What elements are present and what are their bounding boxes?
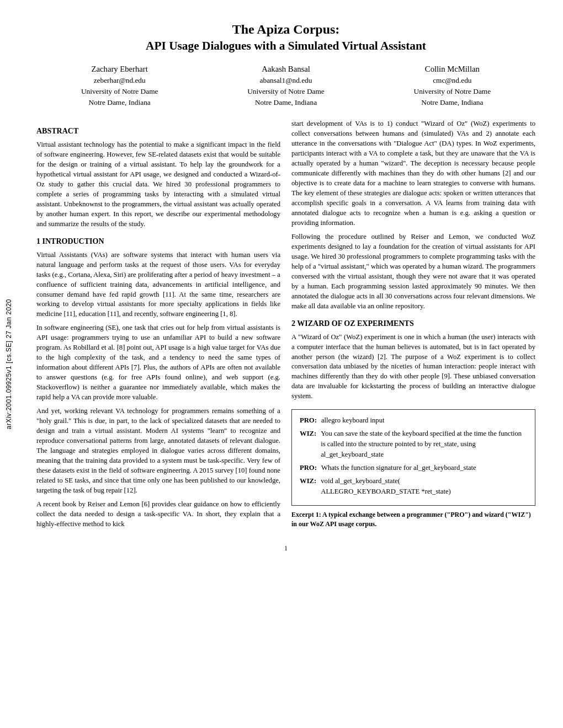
arxiv-label: arXiv:2001.09925v1 [cs.SE] 27 Jan 2020 <box>5 299 13 429</box>
excerpt-text-2: You can save the state of the keyboard s… <box>321 429 527 460</box>
author-1-email: zeberhar@nd.edu <box>94 75 146 86</box>
section1-right-para-2: Following the procedure outlined by Reis… <box>291 232 535 312</box>
section1-heading: 1 INTRODUCTION <box>36 236 280 247</box>
authors-grid: Zachary Eberhart zeberhar@nd.edu Univers… <box>36 63 535 108</box>
two-column-body: ABSTRACT Virtual assistant technology ha… <box>36 119 535 533</box>
author-1-location: Notre Dame, Indiana <box>89 97 151 108</box>
excerpt-row-2: WIZ: You can save the state of the keybo… <box>300 429 527 460</box>
section1-para-1: Virtual Assistants (VAs) are software sy… <box>36 250 280 320</box>
page-content: The Apiza Corpus: API Usage Dialogues wi… <box>20 0 563 575</box>
author-2: Aakash Bansal abansal1@nd.edu University… <box>203 63 369 108</box>
excerpt-caption: Excerpt 1: A typical exchange between a … <box>291 510 535 529</box>
author-3-institution: University of Notre Dame <box>414 86 491 97</box>
excerpt-label-4: WIZ: <box>300 476 316 497</box>
section2-para-1: A "Wizard of Oz" (WoZ) experiment is one… <box>291 333 535 402</box>
author-1: Zachary Eberhart zeberhar@nd.edu Univers… <box>36 63 203 108</box>
author-2-location: Notre Dame, Indiana <box>255 97 317 108</box>
column-right: start development of VAs is to 1) conduc… <box>291 119 535 533</box>
abstract-heading: ABSTRACT <box>36 126 280 137</box>
author-3-email: cmc@nd.edu <box>433 75 471 86</box>
section1-para-3: And yet, working relevant VA technology … <box>36 406 280 496</box>
author-1-name: Zachary Eberhart <box>92 63 148 75</box>
sub-title: API Usage Dialogues with a Simulated Vir… <box>36 39 535 53</box>
author-3: Collin McMillan cmc@nd.edu University of… <box>369 63 535 108</box>
author-1-institution: University of Notre Dame <box>81 86 158 97</box>
author-2-email: abansal1@nd.edu <box>260 75 312 86</box>
excerpt-text-3: Whats the function signature for al_get_… <box>321 463 527 473</box>
abstract-para-1: Virtual assistant technology has the pot… <box>36 140 280 229</box>
main-title: The Apiza Corpus: <box>36 22 535 37</box>
excerpt-row-3: PRO: Whats the function signature for al… <box>300 463 527 473</box>
title-section: The Apiza Corpus: API Usage Dialogues wi… <box>36 22 535 53</box>
section1-right-para-1: start development of VAs is to 1) conduc… <box>291 119 535 228</box>
excerpt-text-1: allegro keyboard input <box>321 415 527 426</box>
section2-heading: 2 WIZARD OF OZ EXPERIMENTS <box>291 318 535 329</box>
author-2-name: Aakash Bansal <box>262 63 310 75</box>
excerpt-text-4: void al_get_keyboard_state( ALLEGRO_KEYB… <box>321 476 527 497</box>
page-number: 1 <box>36 544 535 553</box>
column-left: ABSTRACT Virtual assistant technology ha… <box>36 119 280 533</box>
author-2-institution: University of Notre Dame <box>247 86 325 97</box>
arxiv-sidebar: arXiv:2001.09925v1 [cs.SE] 27 Jan 2020 <box>0 0 18 728</box>
section1-para-2: In software engineering (SE), one task t… <box>36 323 280 403</box>
excerpt-label-3: PRO: <box>300 463 317 473</box>
author-3-location: Notre Dame, Indiana <box>421 97 483 108</box>
section1-para-4: A recent book by Reiser and Lemon [6] pr… <box>36 500 280 529</box>
excerpt-label-2: WIZ: <box>300 429 316 460</box>
excerpt-row-1: PRO: allegro keyboard input <box>300 415 527 426</box>
excerpt-box: PRO: allegro keyboard input WIZ: You can… <box>291 409 535 506</box>
author-3-name: Collin McMillan <box>425 63 480 75</box>
excerpt-label-1: PRO: <box>300 415 317 426</box>
excerpt-row-4: WIZ: void al_get_keyboard_state( ALLEGRO… <box>300 476 527 497</box>
